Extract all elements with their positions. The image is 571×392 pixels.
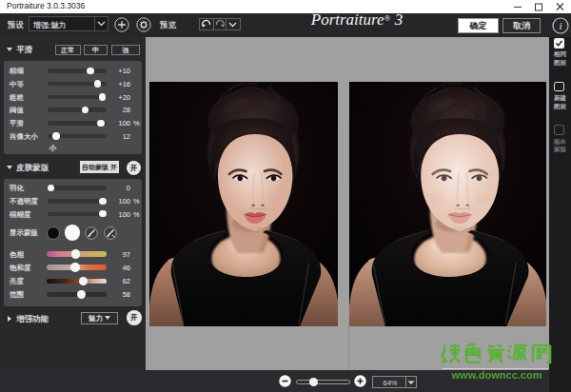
svg-text:i: i [559, 20, 561, 31]
